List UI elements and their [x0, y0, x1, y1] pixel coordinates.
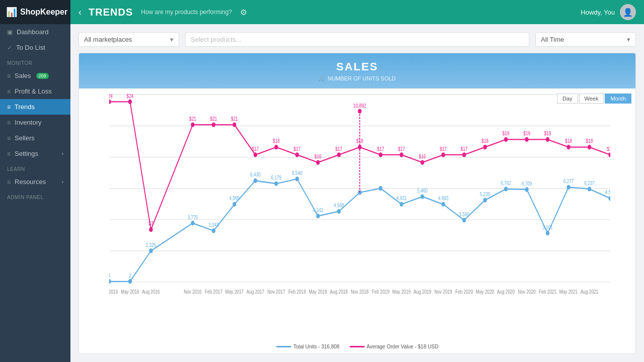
- dashboard-icon: ▣: [7, 29, 13, 36]
- blue-legend-line: [276, 346, 291, 347]
- sidebar-item-trends[interactable]: ≡ Trends: [0, 99, 70, 115]
- svg-text:Feb 2019: Feb 2019: [372, 289, 389, 295]
- svg-text:Aug 2021: Aug 2021: [581, 289, 598, 295]
- svg-text:3,770: 3,770: [188, 214, 198, 220]
- sidebar-item-dashboard[interactable]: ▣ Dashboard: [0, 24, 70, 40]
- day-button[interactable]: Day: [557, 94, 578, 104]
- gear-icon[interactable]: ⚙: [240, 8, 247, 17]
- back-button[interactable]: ‹: [78, 7, 82, 18]
- svg-text:4: 4: [109, 273, 110, 279]
- svg-text:3,101: 3,101: [542, 224, 553, 230]
- pink-point: [274, 145, 278, 149]
- resources-arrow: ›: [62, 179, 63, 185]
- svg-text:6,237: 6,237: [584, 180, 595, 186]
- products-select[interactable]: Select products...: [185, 32, 529, 47]
- sidebar-item-label: Inventory: [15, 119, 41, 126]
- svg-text:4,242: 4,242: [313, 207, 324, 213]
- marketplace-arrow: ▾: [170, 36, 174, 43]
- svg-text:6,179: 6,179: [271, 174, 282, 180]
- svg-text:4,568: 4,568: [334, 202, 344, 208]
- svg-text:May 2021: May 2021: [559, 289, 578, 295]
- svg-text:$19: $19: [503, 130, 510, 136]
- pink-legend-line: [350, 346, 365, 347]
- blue-point: [504, 187, 508, 191]
- sidebar-item-profit[interactable]: ≡ Profit & Loss: [0, 83, 70, 99]
- pink-point: [546, 137, 549, 142]
- logo-text: ShopKeeper: [20, 8, 67, 17]
- chart-svg: 0 2000 4000 6000 8000 10000 12000 $0 $5 …: [109, 94, 610, 323]
- svg-text:$18: $18: [356, 138, 363, 144]
- blue-point: [441, 202, 445, 207]
- week-button[interactable]: Week: [579, 94, 604, 104]
- content-area: All marketplaces ▾ Select products... Al…: [70, 24, 644, 362]
- svg-text:$21: $21: [231, 116, 238, 122]
- svg-text:Aug 2016: Aug 2016: [142, 289, 159, 295]
- pink-point: [441, 152, 445, 157]
- svg-text:Aug 2018: Aug 2018: [330, 289, 348, 295]
- svg-text:6,430: 6,430: [250, 171, 261, 177]
- svg-text:6,762: 6,762: [501, 180, 511, 186]
- sidebar-logo: 📊 ShopKeeper: [0, 0, 70, 24]
- pink-point: [483, 145, 487, 149]
- svg-text:$18: $18: [273, 138, 280, 144]
- svg-text:$17: $17: [398, 146, 405, 152]
- svg-text:$17: $17: [252, 146, 259, 152]
- svg-text:4,590: 4,590: [605, 189, 610, 195]
- svg-text:5,235: 5,235: [480, 191, 491, 197]
- svg-text:Aug 2019: Aug 2019: [414, 289, 431, 295]
- blue-point: [316, 214, 319, 218]
- svg-text:May 2017: May 2017: [225, 289, 244, 295]
- blue-legend-item: Total Units - 316,808: [276, 344, 340, 349]
- svg-text:May 2020: May 2020: [476, 289, 494, 295]
- todo-icon: ✓: [7, 44, 12, 51]
- pink-point: [232, 122, 236, 127]
- sidebar-item-label: To Do List: [16, 44, 45, 51]
- howdy-text: Howdy, You: [581, 9, 615, 16]
- pink-point: [191, 122, 194, 127]
- svg-text:Aug 2020: Aug 2020: [497, 289, 515, 295]
- pink-point: [525, 137, 528, 142]
- chart-controls: Day Week Month: [557, 94, 631, 104]
- pink-point: [109, 100, 111, 104]
- trends-icon: ≡: [7, 104, 11, 111]
- pink-point: [316, 160, 319, 164]
- sidebar-item-inventory[interactable]: ≡ Inventory: [0, 115, 70, 130]
- cart-icon: 🛒: [318, 75, 326, 81]
- time-select[interactable]: All Time ▾: [535, 32, 636, 47]
- blue-point: [149, 248, 152, 253]
- svg-text:Nov 2016: Nov 2016: [184, 289, 201, 295]
- svg-text:6,709: 6,709: [522, 180, 532, 187]
- sidebar-item-sellers[interactable]: ≡ Sellers: [0, 130, 70, 146]
- sidebar-item-label: Resources: [15, 178, 46, 186]
- pink-point: [254, 152, 257, 157]
- svg-text:6,540: 6,540: [292, 170, 302, 176]
- pink-point: [608, 152, 610, 157]
- svg-text:$18: $18: [607, 146, 610, 152]
- blue-point: [399, 202, 403, 207]
- svg-text:$17: $17: [294, 146, 301, 152]
- svg-text:Nov 2018: Nov 2018: [351, 289, 368, 295]
- svg-text:5,460: 5,460: [417, 188, 428, 194]
- sidebar-item-todo[interactable]: ✓ To Do List: [0, 40, 70, 55]
- month-button[interactable]: Month: [605, 94, 631, 104]
- blue-point: [567, 185, 570, 190]
- topbar: ‹ TRENDS How are my products performing?…: [70, 0, 644, 24]
- sidebar-item-resources[interactable]: ≡ Resources ›: [0, 174, 70, 190]
- sidebar-item-sales[interactable]: ≡ Sales 208: [0, 68, 70, 83]
- svg-text:Nov 2020: Nov 2020: [518, 289, 535, 295]
- blue-point: [109, 279, 111, 284]
- svg-text:$17: $17: [377, 146, 384, 152]
- svg-text:Feb 2016: Feb 2016: [109, 289, 118, 295]
- marketplace-select[interactable]: All marketplaces ▾: [78, 32, 179, 47]
- pink-point: [399, 152, 403, 157]
- svg-text:6,277: 6,277: [564, 178, 574, 184]
- svg-text:$17: $17: [336, 146, 343, 152]
- blue-point: [421, 194, 424, 199]
- time-arrow: ▾: [627, 36, 630, 43]
- blue-point: [232, 202, 236, 207]
- logo-icon: 📊: [6, 7, 17, 18]
- sales-icon: ≡: [7, 72, 11, 79]
- sidebar-item-settings[interactable]: ≡ Settings ›: [0, 146, 70, 161]
- svg-text:Feb 2020: Feb 2020: [455, 289, 473, 295]
- pink-point: [295, 152, 299, 157]
